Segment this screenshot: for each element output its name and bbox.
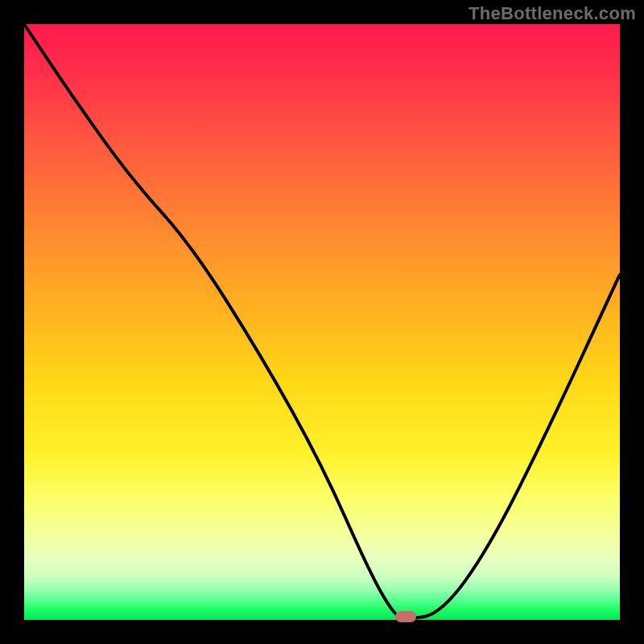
plot-area — [24, 24, 620, 620]
bottleneck-curve — [24, 24, 620, 620]
optimal-marker — [395, 611, 416, 622]
chart-frame: TheBottleneck.com — [0, 0, 644, 644]
watermark-text: TheBottleneck.com — [469, 3, 636, 24]
